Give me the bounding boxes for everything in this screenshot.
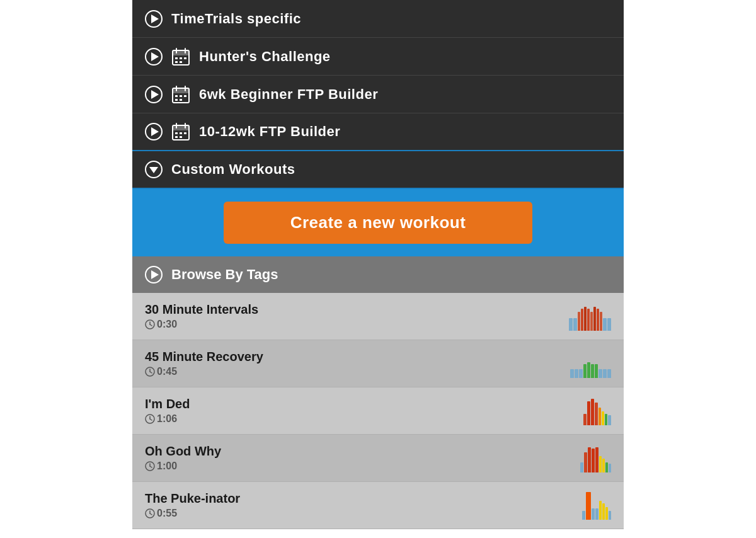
clock-icon	[145, 319, 155, 329]
browse-tags-row[interactable]: Browse By Tags	[132, 256, 624, 293]
workout-item-puke[interactable]: The Puke-inator 0:55	[132, 482, 624, 529]
workout-name-puke: The Puke-inator	[145, 491, 240, 506]
svg-rect-10	[184, 57, 186, 59]
workout-info-45min: 45 Minute Recovery 0:45	[145, 350, 263, 377]
svg-marker-3	[151, 52, 159, 61]
svg-rect-31	[180, 132, 182, 134]
workout-name-30min: 30 Minute Intervals	[145, 302, 258, 317]
svg-rect-34	[180, 136, 182, 138]
workout-chart-ded	[583, 397, 611, 425]
menu-item-custom[interactable]: Custom Workouts	[132, 151, 624, 189]
svg-rect-20	[180, 95, 182, 97]
svg-rect-5	[173, 50, 189, 55]
down-triangle-icon	[145, 161, 163, 178]
menu-item-10wk[interactable]: 10-12wk FTP Builder	[132, 113, 624, 151]
workout-info-ohgodwhy: Oh God Why 1:00	[145, 444, 221, 472]
svg-rect-11	[175, 61, 178, 63]
workout-item-ded[interactable]: I'm Ded 1:06	[132, 387, 624, 435]
play-icon-hunters	[145, 48, 163, 66]
workout-name-ohgodwhy: Oh God Why	[145, 444, 221, 459]
clock-icon-ohgodwhy	[145, 461, 155, 471]
workout-duration-puke: 0:55	[145, 508, 240, 519]
custom-workouts-title: Custom Workouts	[171, 161, 295, 178]
svg-rect-33	[175, 136, 178, 138]
menu-item-6wk[interactable]: 6wk Beginner FTP Builder	[132, 76, 624, 113]
calendar-icon-hunters	[171, 47, 190, 66]
create-section: Create a new workout	[132, 189, 624, 256]
svg-rect-32	[184, 132, 186, 134]
hunters-title: Hunter's Challenge	[199, 49, 331, 65]
workout-name-45min: 45 Minute Recovery	[145, 350, 263, 364]
svg-rect-9	[180, 57, 182, 59]
svg-rect-21	[184, 95, 186, 97]
workout-name-ded: I'm Ded	[145, 397, 190, 411]
svg-rect-8	[175, 57, 178, 59]
create-workout-button[interactable]: Create a new workout	[224, 202, 532, 244]
clock-icon-45	[145, 367, 155, 377]
workout-info-30min: 30 Minute Intervals 0:30	[145, 302, 258, 330]
play-icon-10wk	[145, 123, 163, 140]
10wk-title: 10-12wk FTP Builder	[199, 123, 340, 140]
svg-rect-22	[175, 99, 178, 101]
workout-info-ded: I'm Ded 1:06	[145, 397, 190, 425]
play-icon-browse	[145, 266, 163, 283]
svg-marker-36	[149, 167, 158, 173]
svg-line-50	[150, 466, 152, 467]
workout-item-30min[interactable]: 30 Minute Intervals 0:30	[132, 293, 624, 340]
svg-rect-27	[173, 125, 189, 130]
svg-rect-12	[180, 61, 182, 63]
svg-marker-1	[151, 14, 159, 23]
workout-duration-45min: 0:45	[145, 366, 263, 377]
workout-chart-puke	[582, 491, 611, 520]
clock-icon-puke	[145, 508, 155, 518]
svg-marker-38	[151, 270, 159, 279]
play-icon-6wk	[145, 86, 163, 103]
workout-duration-30min: 0:30	[145, 319, 258, 330]
calendar-icon-10wk	[171, 122, 190, 141]
svg-line-47	[150, 419, 152, 420]
workout-duration-ohgodwhy: 1:00	[145, 461, 221, 472]
svg-line-44	[150, 372, 152, 373]
workout-info-puke: The Puke-inator 0:55	[145, 491, 240, 519]
6wk-title: 6wk Beginner FTP Builder	[199, 86, 378, 103]
timetrials-title: TimeTrials specific	[171, 11, 301, 27]
main-container: TimeTrials specific Hunter's Challenge	[132, 0, 624, 529]
workout-item-45min[interactable]: 45 Minute Recovery 0:45	[132, 340, 624, 387]
svg-rect-23	[180, 99, 182, 101]
svg-rect-16	[173, 88, 189, 93]
play-icon	[145, 10, 163, 28]
svg-rect-30	[175, 132, 178, 134]
calendar-icon-6wk	[171, 85, 190, 104]
svg-line-53	[150, 513, 152, 515]
svg-rect-19	[175, 95, 178, 97]
browse-tags-title: Browse By Tags	[171, 266, 278, 283]
svg-line-41	[150, 324, 152, 326]
clock-icon-ded	[145, 414, 155, 424]
workout-chart-ohgodwhy	[580, 444, 611, 472]
menu-item-timetrials[interactable]: TimeTrials specific	[132, 0, 624, 38]
workout-chart-30min	[569, 302, 611, 331]
menu-item-hunters[interactable]: Hunter's Challenge	[132, 38, 624, 76]
svg-marker-14	[151, 90, 159, 99]
workout-duration-ded: 1:06	[145, 413, 190, 425]
workout-item-ohgodwhy[interactable]: Oh God Why 1:00	[132, 435, 624, 482]
workout-chart-45min	[570, 350, 611, 378]
svg-marker-25	[151, 127, 159, 136]
